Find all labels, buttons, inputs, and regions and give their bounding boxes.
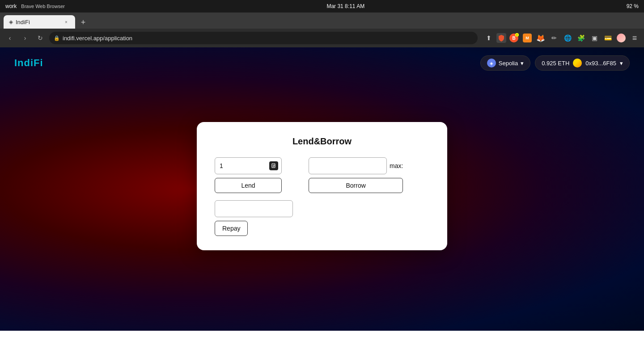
url-display: indifi.vercel.app/application	[63, 35, 132, 42]
card-title: Lend&Borrow	[215, 136, 429, 147]
translate-icon[interactable]: 🌐	[562, 32, 573, 44]
datetime-label: Mar 31 8:11 AM	[326, 3, 364, 9]
brave-rewards-icon[interactable]: B !	[508, 32, 520, 44]
new-tab-button[interactable]: +	[77, 16, 89, 29]
puzzle-icon[interactable]: 🧩	[575, 32, 587, 44]
borrow-section: max: Borrow	[309, 157, 403, 193]
borrow-input-row: max:	[309, 157, 403, 174]
eth-icon: ◈	[487, 59, 496, 67]
lend-borrow-card: Lend&Borrow	[197, 122, 447, 250]
max-label: max:	[390, 162, 403, 169]
wallet-nav-icon[interactable]: 💳	[602, 32, 614, 44]
wallet-chevron: ▾	[620, 60, 623, 67]
repay-input[interactable]	[215, 200, 293, 217]
sidebar-icon[interactable]: ▣	[589, 32, 600, 44]
lend-file-icon[interactable]	[269, 161, 278, 170]
battery-label: 92 %	[627, 3, 639, 9]
workspace-label: work	[5, 3, 17, 9]
lock-icon: 🔒	[54, 35, 60, 41]
wallet-address-label: 0x93...6F85	[585, 60, 616, 67]
network-label: Sepolia	[499, 60, 518, 67]
header-actions: ◈ Sepolia ▾ 0.925 ETH 0x93...6F85 ▾	[480, 55, 630, 71]
wallet-avatar-icon	[573, 59, 582, 67]
menu-icon[interactable]: ≡	[629, 32, 640, 44]
metamask-icon[interactable]: M	[521, 32, 533, 44]
app-header: IndiFi ◈ Sepolia ▾ 0.925 ETH 0x93...6F85…	[0, 47, 644, 79]
browser-name-label: Brave Web Browser	[21, 4, 65, 9]
repay-row	[215, 200, 429, 217]
repay-button-row: Repay	[215, 221, 429, 236]
share-icon[interactable]: ⬆	[483, 32, 495, 44]
reload-button[interactable]: ↻	[34, 32, 47, 44]
brave-shield-icon[interactable]	[496, 33, 506, 43]
app-background: IndiFi ◈ Sepolia ▾ 0.925 ETH 0x93...6F85…	[0, 47, 644, 331]
app-logo: IndiFi	[14, 57, 43, 69]
lend-borrow-row: Lend max: Borrow	[215, 157, 429, 193]
address-bar[interactable]: 🔒 indifi.vercel.app/application	[49, 32, 478, 44]
lend-input-wrapper	[215, 157, 282, 174]
nav-bar: ‹ › ↻ 🔒 indifi.vercel.app/application ⬆ …	[0, 29, 644, 47]
card-container: Lend&Borrow	[0, 79, 644, 293]
forward-button[interactable]: ›	[19, 32, 31, 44]
extension-icon[interactable]: 🦊	[535, 32, 547, 44]
tab-bar: ◈ IndiFi × +	[0, 13, 644, 29]
back-button[interactable]: ‹	[4, 32, 16, 44]
eth-balance-label: 0.925 ETH	[542, 60, 569, 67]
tab-favicon: ◈	[9, 19, 13, 25]
user-avatar-icon[interactable]	[615, 32, 627, 44]
borrow-input[interactable]	[309, 157, 387, 174]
network-chevron: ▾	[521, 60, 524, 67]
tab-title: IndiFi	[16, 19, 60, 25]
edit-icon[interactable]: ✏	[548, 32, 560, 44]
wallet-button[interactable]: 0.925 ETH 0x93...6F85 ▾	[535, 55, 630, 71]
browser-tab[interactable]: ◈ IndiFi ×	[4, 15, 75, 29]
borrow-button[interactable]: Borrow	[309, 178, 403, 193]
nav-actions: ⬆ B ! M 🦊 ✏ 🌐 🧩 ▣ 💳 ≡	[483, 32, 640, 44]
repay-button[interactable]: Repay	[215, 221, 248, 236]
tab-close-button[interactable]: ×	[63, 18, 70, 25]
os-bar: work Brave Web Browser Mar 31 8:11 AM 92…	[0, 0, 644, 13]
lend-section: Lend	[215, 157, 282, 193]
network-selector[interactable]: ◈ Sepolia ▾	[480, 55, 530, 71]
lend-button[interactable]: Lend	[215, 178, 282, 193]
